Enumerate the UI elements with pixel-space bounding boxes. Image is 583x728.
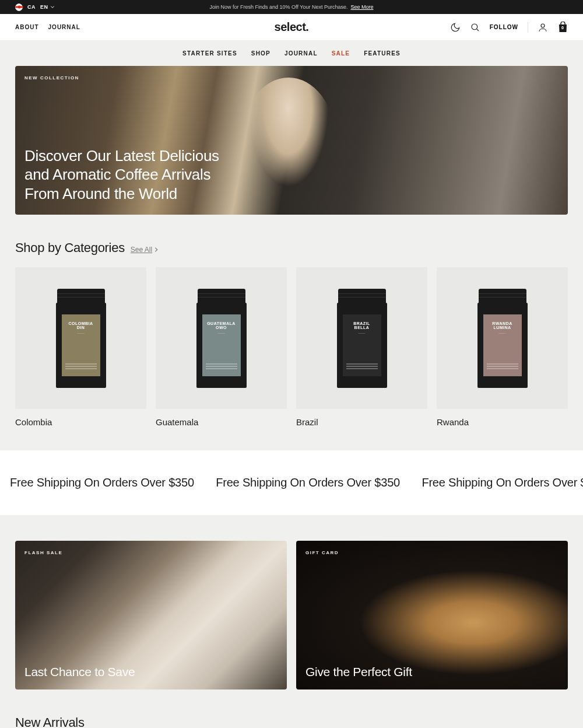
- journal-link[interactable]: JOURNAL: [48, 24, 80, 30]
- promo-title: Give the Perfect Gift: [305, 665, 412, 679]
- bag-title: GUATEMALA OWO: [206, 321, 237, 330]
- new-arrivals-title: New Arrivals: [15, 715, 568, 728]
- hero-title: Discover Our Latest Delicious and Aromat…: [24, 146, 223, 204]
- announcement-text: Join Now for Fresh Finds and 10% Off You…: [210, 4, 348, 10]
- search-icon: [470, 22, 480, 33]
- categories-section: Shop by Categories See All COLOMBIA DIN …: [0, 240, 583, 427]
- chevron-right-icon: [153, 247, 159, 253]
- locale-selector[interactable]: CA EN: [15, 4, 55, 11]
- bag-title: BRAZIL BELLA: [346, 321, 378, 330]
- category-name: Rwanda: [437, 417, 568, 427]
- svg-point-2: [541, 24, 545, 27]
- nav-starter-sites[interactable]: STARTER SITES: [182, 50, 237, 57]
- promo-label: FLASH SALE: [24, 550, 62, 555]
- category-card-brazil[interactable]: BRAZIL BELLA ——— Brazil: [296, 267, 427, 427]
- search-button[interactable]: [470, 22, 480, 33]
- category-name: Colombia: [15, 417, 146, 427]
- category-card-rwanda[interactable]: RWANDA LUMINA ——— Rwanda: [437, 267, 568, 427]
- coffee-bag-icon: BRAZIL BELLA ———: [337, 289, 387, 388]
- hero-label: NEW COLLECTION: [24, 75, 79, 80]
- marquee-item: Free Shipping On Orders Over $350: [412, 476, 583, 489]
- bag-title: RWANDA LUMINA: [487, 321, 518, 330]
- nav-sale[interactable]: SALE: [332, 50, 350, 57]
- promo-label: GIFT CARD: [305, 550, 339, 555]
- coffee-bag-icon: GUATEMALA OWO ———: [196, 289, 247, 388]
- promo-gift-card[interactable]: GIFT CARD Give the Perfect Gift: [296, 541, 568, 690]
- account-button[interactable]: [538, 22, 548, 33]
- category-card-colombia[interactable]: COLOMBIA DIN ——— Colombia: [15, 267, 146, 427]
- category-image: RWANDA LUMINA ———: [437, 267, 568, 409]
- nav-shop[interactable]: SHOP: [251, 50, 271, 57]
- about-link[interactable]: ABOUT: [15, 24, 39, 30]
- nav-features[interactable]: FEATURES: [364, 50, 401, 57]
- country-code: CA: [27, 4, 36, 10]
- categories-title: Shop by Categories: [15, 240, 125, 256]
- header-left-nav: ABOUT JOURNAL: [15, 24, 80, 30]
- category-image: BRAZIL BELLA ———: [296, 267, 427, 409]
- category-card-guatemala[interactable]: GUATEMALA OWO ——— Guatemala: [156, 267, 287, 427]
- coffee-bag-icon: COLOMBIA DIN ———: [56, 289, 106, 388]
- marquee-item: Free Shipping On Orders Over $350: [1, 476, 203, 489]
- hero-banner[interactable]: NEW COLLECTION Discover Our Latest Delic…: [15, 66, 568, 215]
- svg-line-1: [476, 29, 478, 30]
- nav-journal[interactable]: JOURNAL: [285, 50, 318, 57]
- site-logo[interactable]: select.: [275, 20, 309, 34]
- dark-mode-toggle[interactable]: [450, 22, 461, 33]
- announcement-bar: CA EN Join Now for Fresh Finds and 10% O…: [0, 0, 583, 14]
- promo-flash-sale[interactable]: FLASH SALE Last Chance to Save: [15, 541, 287, 690]
- chevron-down-icon: [50, 5, 55, 9]
- moon-icon: [450, 22, 461, 33]
- language-selector[interactable]: EN: [40, 4, 55, 10]
- categories-header: Shop by Categories See All: [15, 240, 568, 256]
- site-header: ABOUT JOURNAL select. FOLLOW 0: [0, 14, 583, 41]
- category-image: GUATEMALA OWO ———: [156, 267, 287, 409]
- category-image: COLOMBIA DIN ———: [15, 267, 146, 409]
- svg-point-0: [472, 24, 477, 30]
- new-arrivals-section: New Arrivals: [0, 690, 583, 728]
- see-all-text: See All: [131, 246, 152, 254]
- shipping-marquee: $350 Free Shipping On Orders Over $350 F…: [0, 450, 583, 515]
- header-right: FOLLOW 0: [450, 22, 568, 33]
- category-grid: COLOMBIA DIN ——— Colombia GUATEMALA OWO …: [15, 267, 568, 427]
- announcement-message: Join Now for Fresh Finds and 10% Off You…: [210, 4, 374, 10]
- category-name: Brazil: [296, 417, 427, 427]
- cart-button[interactable]: 0: [557, 22, 568, 33]
- see-more-link[interactable]: See More: [350, 4, 373, 10]
- marquee-item: Free Shipping On Orders Over $350: [206, 476, 409, 489]
- follow-button[interactable]: FOLLOW: [490, 24, 518, 30]
- cart-count: 0: [561, 26, 564, 30]
- coffee-bag-icon: RWANDA LUMINA ———: [477, 289, 528, 388]
- category-name: Guatemala: [156, 417, 287, 427]
- flag-ca-icon: [15, 4, 23, 11]
- separator: [528, 22, 528, 33]
- main-nav: STARTER SITES SHOP JOURNAL SALE FEATURES: [0, 41, 583, 66]
- promo-section: FLASH SALE Last Chance to Save GIFT CARD…: [0, 515, 583, 690]
- user-icon: [538, 22, 548, 33]
- bag-title: COLOMBIA DIN: [65, 321, 97, 330]
- language-code: EN: [40, 4, 48, 10]
- promo-title: Last Chance to Save: [24, 665, 135, 679]
- see-all-link[interactable]: See All: [131, 246, 159, 254]
